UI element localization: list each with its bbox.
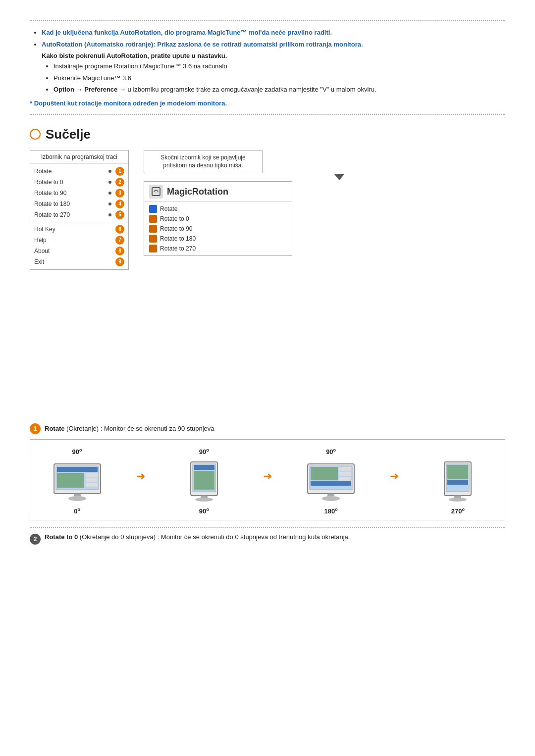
svg-point-15 bbox=[195, 498, 213, 502]
magic-item-rotate270[interactable]: Rotate to 270 bbox=[144, 244, 292, 253]
bottom-divider-2 bbox=[30, 527, 505, 528]
svg-rect-0 bbox=[152, 188, 160, 196]
monitor-col-2: 90o 90o bbox=[177, 448, 231, 515]
menu-item-help[interactable]: Help 7 bbox=[30, 235, 128, 246]
magic-rotation-panel: MagicRotation Rotate Rotate to 0 Rotate … bbox=[144, 181, 292, 256]
svg-rect-6 bbox=[86, 478, 98, 482]
monitor-col-1: 90o 0o bbox=[50, 448, 105, 515]
ui-diagram: Izbornik na programskoj traci Rotate 1 R… bbox=[30, 150, 505, 270]
svg-rect-13 bbox=[194, 471, 214, 490]
menu-item-rotate90[interactable]: Rotate to 90 3 bbox=[30, 188, 128, 199]
bullet-1: Kad je uključena funkcija AutoRotation, … bbox=[42, 29, 332, 36]
magic-icon-rotate0 bbox=[149, 215, 157, 223]
section-icon bbox=[30, 129, 41, 140]
right-panel: Skočni izbornik koji se pojavljuje priti… bbox=[144, 150, 505, 256]
svg-rect-28 bbox=[447, 465, 468, 479]
spacer bbox=[30, 280, 505, 408]
svg-rect-20 bbox=[339, 467, 351, 471]
menu-item-rotate0[interactable]: Rotate to 0 2 bbox=[30, 177, 128, 188]
section2-note: 2 Rotate to 0 (Okretanje do 0 stupnjeva)… bbox=[30, 533, 505, 545]
menu-item-about[interactable]: About 8 bbox=[30, 246, 128, 256]
left-menu-items: Rotate 1 Rotate to 0 2 Rotate to 90 3 Ro… bbox=[30, 164, 128, 269]
svg-rect-4 bbox=[57, 473, 84, 488]
callout-box: Skočni izbornik koji se pojavljuje priti… bbox=[144, 150, 263, 174]
monitor-svg-2 bbox=[177, 458, 231, 503]
magic-item-rotate0[interactable]: Rotate to 0 bbox=[144, 214, 292, 224]
menu-item-hotkey[interactable]: Hot Key 6 bbox=[30, 224, 128, 235]
section-title-wrapper: Sučelje bbox=[30, 127, 505, 142]
menu-item-rotate270[interactable]: Rotate to 270 5 bbox=[30, 209, 128, 220]
menu-divider bbox=[30, 222, 128, 222]
bullet-2: AutoRotation (Automatsko rotiranje): Pri… bbox=[42, 41, 363, 48]
monitor-svg-1 bbox=[50, 458, 105, 503]
svg-rect-5 bbox=[86, 473, 98, 477]
arrow-icon-3: ➜ bbox=[390, 470, 399, 483]
magic-rotation-logo bbox=[149, 185, 163, 199]
sub-bullet-2: Pokrenite MagicTune™ 3.6 bbox=[54, 73, 505, 83]
menu-item-exit[interactable]: Exit 9 bbox=[30, 256, 128, 267]
left-menu-box: Izbornik na programskoj traci Rotate 1 R… bbox=[30, 150, 129, 270]
left-menu-header: Izbornik na programskoj traci bbox=[30, 151, 128, 164]
monitor-col-3: 90o 180o bbox=[304, 448, 358, 515]
section-heading: Sučelje bbox=[46, 127, 91, 142]
monitor-svg-4 bbox=[430, 458, 485, 503]
rotate-diagram-box: 90o 0o ➜ 90o bbox=[30, 439, 505, 521]
arrow-icon-1: ➜ bbox=[136, 470, 145, 483]
svg-rect-7 bbox=[86, 483, 98, 487]
sub-heading: Kako biste pokrenuli AutoRotation, prati… bbox=[42, 52, 505, 59]
bottom-divider-1 bbox=[30, 114, 505, 115]
svg-point-24 bbox=[322, 496, 340, 501]
svg-point-9 bbox=[68, 496, 86, 501]
magic-icon-rotate180 bbox=[149, 235, 157, 243]
arrow-down-icon bbox=[334, 174, 344, 180]
svg-point-30 bbox=[449, 498, 467, 502]
magic-rotation-title: MagicRotation bbox=[144, 182, 292, 202]
rotate-label: 1 Rotate (Okretanje) : Monitor će se okr… bbox=[30, 423, 505, 434]
magic-icon-rotate bbox=[149, 205, 157, 213]
magic-item-rotate[interactable]: Rotate bbox=[144, 204, 292, 214]
top-divider bbox=[30, 20, 505, 21]
sub-bullet-option: Option → Preference → u izborniku progra… bbox=[54, 85, 505, 95]
svg-rect-19 bbox=[311, 467, 338, 480]
bullet-section: Kad je uključena funkcija AutoRotation, … bbox=[30, 28, 505, 107]
sub-bullet-1: Instalirajte programe Rotation i MagicTu… bbox=[54, 61, 505, 71]
monitor-svg-3 bbox=[304, 458, 358, 503]
svg-rect-22 bbox=[339, 477, 351, 481]
svg-rect-27 bbox=[447, 480, 468, 485]
section2-badge: 2 bbox=[30, 534, 41, 545]
magic-icon-rotate270 bbox=[149, 245, 157, 252]
svg-rect-18 bbox=[311, 481, 351, 486]
magic-icon-rotate90 bbox=[149, 225, 157, 233]
svg-rect-12 bbox=[194, 465, 214, 470]
magic-menu-items: Rotate Rotate to 0 Rotate to 90 Rotate t… bbox=[144, 202, 292, 255]
arrow-icon-2: ➜ bbox=[263, 470, 272, 483]
menu-item-rotate[interactable]: Rotate 1 bbox=[30, 166, 128, 177]
svg-rect-21 bbox=[339, 472, 351, 476]
magic-item-rotate180[interactable]: Rotate to 180 bbox=[144, 234, 292, 244]
note: * Dopušteni kut rotacije monitora određe… bbox=[30, 100, 505, 107]
monitor-col-4: 90o 270o bbox=[430, 448, 485, 515]
svg-rect-3 bbox=[57, 467, 98, 472]
rotate-badge: 1 bbox=[30, 423, 41, 434]
magic-item-rotate90[interactable]: Rotate to 90 bbox=[144, 224, 292, 234]
rotate-section: 1 Rotate (Okretanje) : Monitor će se okr… bbox=[30, 423, 505, 521]
menu-item-rotate180[interactable]: Rotate to 180 4 bbox=[30, 199, 128, 209]
